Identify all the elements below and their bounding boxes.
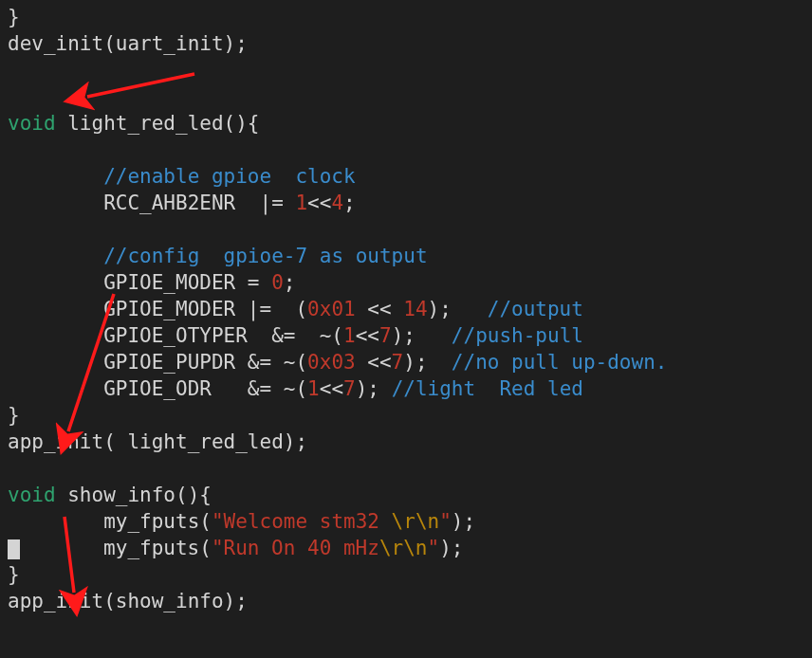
num: 0 [271, 271, 284, 294]
op: << [320, 377, 343, 400]
esc: \r\n [379, 537, 428, 559]
semi: ; [284, 271, 296, 294]
op: << [356, 324, 379, 347]
stmt: GPIOE_MODER |= ( [103, 298, 307, 320]
comment: //config gpioe- [103, 245, 295, 267]
stmt: GPIOE_MODER = [103, 271, 271, 294]
str: " [439, 510, 452, 533]
num: 1 [295, 192, 307, 214]
stmt: GPIOE_OTYPER &= ~( [103, 324, 343, 347]
comment: //push-pull [452, 324, 583, 347]
line: } [8, 6, 20, 28]
stmt: my_fputs( [103, 537, 212, 559]
num: 1 [343, 324, 356, 347]
comment: //enable gpioe clock [103, 165, 356, 188]
comment: //output [488, 298, 583, 320]
comment: //light Red led [392, 377, 583, 400]
line: app_init(show_info); [8, 590, 248, 612]
rest: ); [403, 351, 452, 374]
stmt: my_fputs( [103, 510, 212, 533]
rest: ); [356, 377, 392, 400]
str: "Run On 40 mHz [212, 537, 379, 559]
esc: \r\n [392, 510, 440, 533]
line: app_init( light_red_led); [8, 430, 307, 453]
fn-name: light_red_led(){ [56, 112, 260, 135]
num: 7 [392, 351, 404, 374]
num: 7 [343, 377, 356, 400]
stmt: RCC_AHB2ENR |= [103, 192, 295, 214]
num: 14 [403, 298, 427, 320]
op: << [307, 192, 331, 214]
semi: ; [343, 192, 356, 214]
code-block: } dev_init(uart_init); void light_red_le… [0, 0, 812, 618]
num: 1 [307, 377, 320, 400]
str: "Welcome stm32 [212, 510, 392, 533]
str: " [428, 537, 440, 559]
line: } [8, 404, 20, 427]
keyword-void: void [8, 112, 56, 135]
num: 7 [379, 324, 392, 347]
rest: ); [439, 537, 463, 559]
rest: ); [392, 324, 452, 347]
num: 7 [295, 245, 307, 267]
num: 0x03 [307, 351, 356, 374]
op: << [356, 298, 404, 320]
comment: //no pull up-down. [452, 351, 668, 374]
fn-name: show_info(){ [56, 484, 212, 506]
line: dev_init(uart_init); [8, 32, 248, 55]
num: 4 [331, 192, 343, 214]
rest: ); [428, 298, 488, 320]
cursor-icon [8, 539, 20, 559]
stmt: GPIOE_ODR &= ~( [103, 377, 307, 400]
op: << [356, 351, 392, 374]
line: } [8, 563, 20, 586]
rest: ); [452, 510, 475, 533]
stmt: GPIOE_PUPDR &= ~( [103, 351, 307, 374]
keyword-void: void [8, 484, 56, 506]
comment: as output [307, 245, 427, 267]
num: 0x01 [307, 298, 356, 320]
